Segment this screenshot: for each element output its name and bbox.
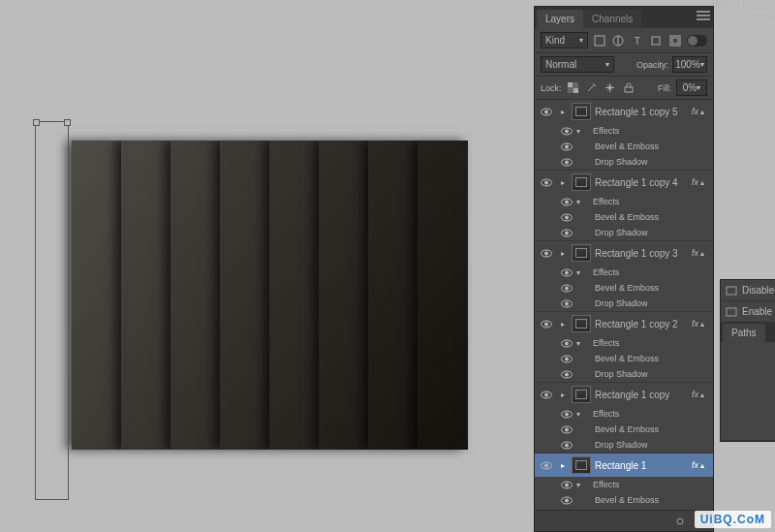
layer-row[interactable]: ▸Rectangle 1 copy 3fx▴	[535, 241, 713, 265]
effect-visibility-toggle[interactable]	[560, 284, 574, 293]
fx-badge[interactable]: fx	[692, 319, 698, 329]
layer-thumbnail[interactable]	[572, 103, 591, 120]
layer-effect-row[interactable]: Bevel & Emboss	[535, 492, 713, 508]
filter-adjustment-icon[interactable]	[610, 33, 626, 48]
layer-row[interactable]: ▸Rectangle 1 copy 2fx▴	[535, 312, 713, 335]
tab-layers[interactable]: Layers	[537, 10, 583, 28]
disable-layer-effects-row[interactable]: Disable layer	[721, 280, 775, 301]
effect-visibility-toggle[interactable]	[560, 355, 574, 363]
visibility-toggle[interactable]	[535, 249, 558, 258]
layer-name-label[interactable]: Rectangle 1	[595, 460, 692, 471]
expand-twisty-icon[interactable]: ▸	[558, 178, 568, 187]
effects-twisty-icon[interactable]: ▾	[576, 198, 586, 206]
fx-collapse-icon[interactable]: ▴	[700, 108, 710, 116]
fx-collapse-icon[interactable]: ▴	[700, 178, 710, 187]
effects-header-row[interactable]: ▾Effects	[535, 406, 713, 422]
layer-effect-row[interactable]: Bevel & Emboss	[535, 422, 713, 437]
tab-paths[interactable]: Paths	[723, 324, 765, 342]
enable-layer-effects-row[interactable]: Enable layer	[721, 301, 775, 323]
tab-channels[interactable]: Channels	[583, 10, 641, 28]
effect-visibility-toggle[interactable]	[560, 229, 574, 237]
layer-thumbnail[interactable]	[572, 386, 591, 403]
effects-visibility-toggle[interactable]	[560, 198, 574, 206]
color-range-row[interactable]: Color Ra	[721, 420, 775, 441]
layer-thumbnail[interactable]	[572, 315, 591, 332]
lock-all-icon[interactable]	[622, 81, 636, 95]
expand-twisty-icon[interactable]: ▸	[558, 320, 568, 329]
layer-item[interactable]: ▸Rectangle 1fx▴▾EffectsBevel & EmbossDro…	[535, 454, 713, 513]
link-layers-icon[interactable]	[672, 514, 688, 529]
effects-header-row[interactable]: ▾Effects	[535, 194, 713, 209]
blend-mode-select[interactable]: Normal▾	[541, 56, 614, 73]
expand-twisty-icon[interactable]: ▸	[558, 249, 568, 258]
expand-twisty-icon[interactable]: ▸	[558, 108, 568, 116]
fill-input[interactable]: 0%▾	[676, 79, 707, 96]
effects-visibility-toggle[interactable]	[560, 410, 574, 419]
visibility-toggle[interactable]	[535, 461, 558, 470]
effect-visibility-toggle[interactable]	[560, 496, 574, 505]
layer-row[interactable]: ▸Rectangle 1 copy 5fx▴	[535, 100, 713, 123]
filter-smart-icon[interactable]	[667, 33, 683, 48]
effect-visibility-toggle[interactable]	[560, 370, 574, 379]
layer-effect-row[interactable]: Bevel & Emboss	[535, 280, 713, 296]
effects-visibility-toggle[interactable]	[560, 481, 574, 489]
fx-collapse-icon[interactable]: ▴	[700, 320, 710, 329]
filter-type-icon[interactable]: T	[630, 33, 645, 48]
layer-effect-row[interactable]: Drop Shadow	[535, 366, 713, 382]
layer-row[interactable]: ▸Rectangle 1fx▴	[535, 454, 713, 477]
visibility-toggle[interactable]	[535, 320, 558, 329]
opacity-input[interactable]: 100%▾	[672, 56, 707, 73]
layer-thumbnail[interactable]	[572, 173, 591, 191]
layer-effect-row[interactable]: Bevel & Emboss	[535, 139, 713, 154]
filter-toggle-switch[interactable]	[687, 35, 707, 47]
expand-twisty-icon[interactable]: ▸	[558, 461, 568, 470]
document-canvas[interactable]	[72, 141, 468, 450]
visibility-toggle[interactable]	[535, 108, 558, 116]
layer-name-label[interactable]: Rectangle 1 copy 5	[595, 107, 692, 117]
effects-twisty-icon[interactable]: ▾	[576, 127, 586, 136]
layer-item[interactable]: ▸Rectangle 1 copy 2fx▴▾EffectsBevel & Em…	[535, 312, 713, 383]
effect-visibility-toggle[interactable]	[560, 142, 574, 151]
panel-menu-icon[interactable]	[697, 11, 710, 22]
effect-visibility-toggle[interactable]	[560, 425, 574, 434]
filter-pixel-icon[interactable]	[592, 33, 607, 48]
effects-visibility-toggle[interactable]	[560, 127, 574, 136]
layer-effect-row[interactable]: Drop Shadow	[535, 437, 713, 453]
fx-badge[interactable]: fx	[692, 248, 698, 258]
layer-effect-row[interactable]: Bevel & Emboss	[535, 351, 713, 366]
effects-header-row[interactable]: ▾Effects	[535, 477, 713, 492]
layer-effect-row[interactable]: Bevel & Emboss	[535, 209, 713, 225]
filter-kind-select[interactable]: Kind▾	[541, 32, 588, 48]
visibility-toggle[interactable]	[535, 178, 558, 187]
effects-twisty-icon[interactable]: ▾	[576, 339, 586, 348]
layer-name-label[interactable]: Rectangle 1 copy 3	[595, 248, 692, 259]
layer-name-label[interactable]: Rectangle 1 copy 2	[595, 319, 692, 329]
fx-badge[interactable]: fx	[692, 107, 698, 116]
layer-item[interactable]: ▸Rectangle 1 copyfx▴▾EffectsBevel & Embo…	[535, 383, 713, 454]
layer-row[interactable]: ▸Rectangle 1 copyfx▴	[535, 383, 713, 406]
layer-row[interactable]: ▸Rectangle 1 copy 4fx▴	[535, 171, 713, 194]
layer-effect-row[interactable]: Drop Shadow	[535, 296, 713, 311]
fx-badge[interactable]: fx	[692, 460, 698, 470]
layer-item[interactable]: ▸Rectangle 1 copy 5fx▴▾EffectsBevel & Em…	[535, 100, 713, 171]
fx-collapse-icon[interactable]: ▴	[700, 461, 710, 470]
effects-twisty-icon[interactable]: ▾	[576, 268, 586, 277]
effect-visibility-toggle[interactable]	[560, 299, 574, 308]
fx-badge[interactable]: fx	[692, 177, 698, 187]
lock-pixels-icon[interactable]	[585, 81, 599, 95]
effects-header-row[interactable]: ▾Effects	[535, 265, 713, 280]
lock-transparency-icon[interactable]	[567, 81, 580, 95]
fx-collapse-icon[interactable]: ▴	[700, 391, 710, 399]
layer-thumbnail[interactable]	[572, 244, 591, 262]
effect-visibility-toggle[interactable]	[560, 213, 574, 222]
lock-position-icon[interactable]	[604, 81, 617, 95]
layer-name-label[interactable]: Rectangle 1 copy	[595, 390, 692, 400]
layer-thumbnail[interactable]	[572, 456, 591, 474]
layer-name-label[interactable]: Rectangle 1 copy 4	[595, 177, 692, 188]
effect-visibility-toggle[interactable]	[560, 441, 574, 450]
effect-visibility-toggle[interactable]	[560, 158, 574, 167]
layer-item[interactable]: ▸Rectangle 1 copy 3fx▴▾EffectsBevel & Em…	[535, 241, 713, 312]
effects-visibility-toggle[interactable]	[560, 339, 574, 348]
effects-visibility-toggle[interactable]	[560, 268, 574, 277]
filter-shape-icon[interactable]	[649, 33, 665, 48]
